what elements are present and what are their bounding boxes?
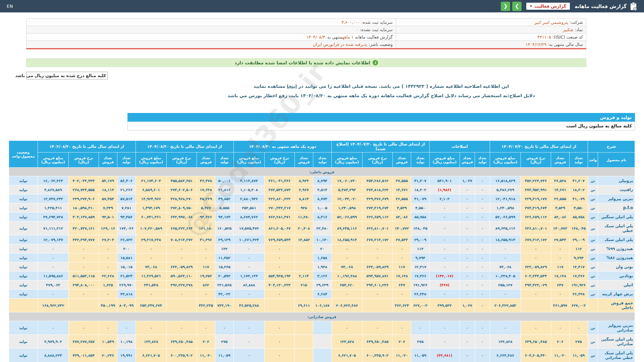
cell: ۱۳۳,۸۲۸ [331, 335, 362, 349]
cell: ۱,۳۲۵,۴۱۱ [38, 203, 68, 213]
cell: ۴۵۲,۲۲۳,۷۴۶ [521, 176, 551, 185]
cell: ۸۹,۶۴۵,۱۱۶ [331, 222, 362, 235]
cell: ۲۳۹,۲۷۳,۹۰۶ [68, 194, 99, 203]
cell: ۱۱,۰۵۹ [215, 349, 233, 362]
cell: ۰ [233, 262, 264, 272]
cell: ۴۹,۸۵۲ [215, 194, 233, 203]
cell: ۳,۹۷۹,۹۰۲ [38, 335, 68, 349]
cell: ۶۴۹,۶۵۰,۴۸۵ [362, 335, 392, 349]
cell: ۸۳,۰۸۶ [551, 213, 569, 222]
company-cell: شرکت: پتروشیمي امیر کبیر [396, 19, 586, 26]
previous-version-link[interactable]: اینجا [287, 83, 297, 89]
cell: تولید [9, 222, 38, 235]
cell: ۲۲۱,۵۶۵ [215, 281, 233, 290]
cell: تولید [9, 203, 38, 213]
cell: ۶۶۵,۲۲۲,۶۶۴ [166, 222, 197, 235]
report-type-dropdown[interactable]: گزارش فعالیت ▼ [526, 3, 570, 10]
cell: تن [588, 194, 598, 203]
cell: ۱۱۷ [551, 262, 569, 272]
cell: ۶۳۶,۸۱۰,۷۰۱ [521, 222, 551, 235]
cell: ۱۱,۰۳۰ [392, 349, 411, 362]
cell: ۱۴۰,۷۷۲ [392, 222, 411, 235]
cell [264, 299, 294, 312]
unregistered-capital-value: ۰ [356, 27, 359, 32]
cell: تن [588, 203, 598, 213]
cell: ۰ [166, 244, 197, 253]
cell: ۰ [429, 222, 460, 235]
cell: ۸,۴۱۶ [313, 213, 331, 222]
cell: ۵۰,۰۰۱ [215, 176, 233, 185]
cell: ۱۸۰,۵۹۸,۳۱۰ [68, 203, 99, 213]
previous-report-button[interactable]: ❮ [501, 2, 510, 11]
table-row: هیدروژن ۸۶%تن۹,۷۹۴۰۰۰۰۰۰۹,۷۹۴۰۰۰۱,۶۵۸۰۰۱… [9, 253, 635, 262]
cell: ۱۶۹,۰۱۶ [99, 222, 117, 235]
column-header: تعداد فروش [460, 153, 475, 168]
isic-label: کد صنعت (ISIC): [552, 35, 583, 40]
cell: ۱,۲۴۰,۵۹۸ [490, 203, 521, 213]
cell: تن [588, 253, 598, 262]
cell: ۸۵,۷۵۸ [411, 213, 429, 222]
cell: ۳۶۲,۶۲۴ [392, 299, 411, 312]
cell: تن [588, 222, 598, 235]
cell: ۱,۲۴۰,۵۹۸ [331, 203, 362, 213]
cell: ۶۳۳,۰۵۹,۸۲۹ [362, 262, 392, 272]
cell: ۰ [475, 222, 490, 235]
production-sales-table: شرحاز ابتدای سال مالی تا تاریخ ۱۴۰۴/۰۷/۳… [9, 140, 635, 362]
cell: ۳۹۳,۶۰۱,۲۳۶ [362, 281, 392, 290]
product-name-cell: پلي اتیلن سبک [598, 235, 635, 244]
table-row: پروپیلنتن۴۱,۲۰۷۳۶,۵۲۸۴۵۲,۲۲۳,۷۴۶۱۶,۵۱۸,۸… [9, 176, 635, 185]
column-header: دوره یک ماهه منتهی به ۱۴۰۴/۰۸/۳۰ [233, 141, 331, 153]
cell: ۰ [38, 290, 68, 299]
cell: ۷۴,۰۶۸ [490, 262, 521, 272]
cell: ۰ [429, 203, 460, 213]
cell: ۰ [136, 290, 166, 299]
company-value: پتروشیمي امیر کبیر [534, 20, 568, 25]
cell: ۴۳۹,۰۱۱,۸۵۴ [68, 349, 99, 362]
isic-cell: کد صنعت (ISIC): ۴۴۱۱۰۵ [396, 34, 586, 41]
column-header: مبلغ فروش (میلیون ریال) [331, 153, 362, 168]
top-navbar: گزارش فعالیت ماهانه گزارش فعالیت ▼ ❯ ❮ E… [0, 0, 644, 12]
cell: ۱۶۸,۹۶۲,۷۴۲ [38, 299, 68, 312]
cell: ۱۸,۱۱۳ [99, 185, 117, 194]
cell: ۰ [490, 321, 521, 335]
cell: ۰ [475, 176, 490, 185]
cell: ۱۲,۰۴۱,۹۱۸ [490, 194, 521, 203]
cell: ۴,۵۵۰ [569, 203, 588, 213]
cell: ۲۷,۳۰۴ [99, 235, 117, 244]
cell: ۲۷۰,۳۴۲,۲۱۷ [264, 203, 294, 213]
cell: ۴۷۹,۰۶۳ [38, 281, 68, 290]
cell: ۴,۵۳۹ [392, 203, 411, 213]
cell: ۸۶۲ [197, 281, 215, 290]
cell: ۰ [264, 321, 294, 335]
cell [294, 253, 313, 262]
cell: ۰ [411, 321, 429, 335]
cell: ۳۰۰ [117, 244, 136, 253]
cell: تن [588, 235, 598, 244]
cell: تن [588, 185, 598, 194]
product-name-cell: رافنیت [598, 185, 635, 194]
cell: ۱۱۲ [411, 244, 429, 253]
cell: ۱۴,۶۷۱ [392, 185, 411, 194]
cell: ۲۷۳,۳۱۹,۶۷۴ [362, 203, 392, 213]
cell: تن [588, 281, 598, 290]
cell: (۴۶۷) [429, 281, 460, 290]
next-report-button[interactable]: ❯ [512, 2, 522, 11]
column-header: نام محصول [598, 153, 635, 168]
cell: تن [588, 244, 598, 253]
cell: تولید [9, 194, 38, 203]
cell: ۶۴۷ [551, 281, 569, 290]
product-name-cell: هیدروژن ۹۹% [598, 244, 635, 253]
cell: ۴۶,۵۲۵,۲۸۸ [233, 299, 264, 312]
cell: ۱۱,۴۵۲ [215, 253, 233, 262]
column-header: از ابتدای سال مالی تا تاریخ ۱۴۰۴/۰۸/۳۰ [136, 141, 233, 153]
column-header: وضعیت محصول-واحد [9, 141, 38, 168]
language-en-link[interactable]: EN [7, 4, 13, 9]
cell: ۰ [99, 244, 117, 253]
table-row: پلي اتیلن سبک خطي صادراتيتن۱۱,۰۵۹۱۱,۰۳۰۶… [9, 349, 635, 362]
table-row: پلي اتیلن سنگین صادراتيتن۲۷۵۲۰۶۶۴۹,۶۵۰,۴… [9, 335, 635, 349]
cell: ۲۰۶ [197, 335, 215, 349]
cell: ۹۳,۴۵۶ [117, 213, 136, 222]
cell: ۱۱,۰۵۹ [569, 349, 588, 362]
cell: ۰ [490, 290, 521, 299]
cell: ۱۰,۳۳۸,۴۰۵ [490, 272, 521, 281]
